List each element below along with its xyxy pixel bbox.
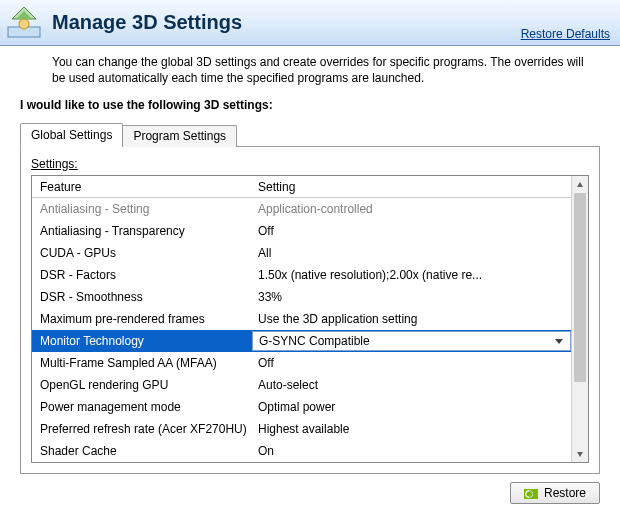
svg-marker-6 — [577, 452, 583, 457]
scroll-thumb[interactable] — [574, 193, 586, 382]
feature-cell: Monitor Technology — [32, 334, 252, 348]
settings-row[interactable]: Power management modeOptimal power — [32, 396, 571, 418]
tab-global-settings[interactable]: Global Settings — [20, 123, 123, 147]
setting-cell: Highest available — [252, 422, 571, 436]
settings-row[interactable]: Monitor TechnologyG-SYNC Compatible — [32, 330, 571, 352]
settings-row[interactable]: Shader CacheOn — [32, 440, 571, 462]
setting-cell: Use the 3D application setting — [252, 312, 571, 326]
chevron-down-icon[interactable] — [552, 334, 566, 348]
col-header-feature[interactable]: Feature — [32, 180, 252, 194]
footer: Restore — [0, 474, 620, 504]
setting-cell: Optimal power — [252, 400, 571, 414]
settings-row[interactable]: Antialiasing - TransparencyOff — [32, 220, 571, 242]
settings-row[interactable]: Maximum pre-rendered framesUse the 3D ap… — [32, 308, 571, 330]
settings-grid-header: Feature Setting — [32, 176, 571, 198]
scroll-down-arrow[interactable] — [572, 445, 588, 462]
svg-marker-5 — [577, 182, 583, 187]
nvidia-logo-icon — [524, 488, 538, 498]
scroll-track[interactable] — [572, 193, 588, 445]
feature-cell: Power management mode — [32, 400, 252, 414]
setting-cell: Application-controlled — [252, 202, 571, 216]
feature-cell: Shader Cache — [32, 444, 252, 458]
settings-scrollbar[interactable] — [571, 176, 588, 462]
setting-cell: Off — [252, 356, 571, 370]
intro-text: You can change the global 3D settings an… — [0, 46, 620, 92]
setting-cell: Off — [252, 224, 571, 238]
feature-cell: CUDA - GPUs — [32, 246, 252, 260]
settings-grid-body: Feature Setting Antialiasing - SettingAp… — [32, 176, 571, 462]
col-header-setting[interactable]: Setting — [252, 180, 571, 194]
page-header: Manage 3D Settings Restore Defaults — [0, 0, 620, 46]
settings-row[interactable]: Multi-Frame Sampled AA (MFAA)Off — [32, 352, 571, 374]
setting-cell: 1.50x (native resolution);2.00x (native … — [252, 268, 571, 282]
svg-marker-4 — [555, 339, 563, 344]
feature-cell: DSR - Smoothness — [32, 290, 252, 304]
header-icon — [6, 5, 42, 41]
settings-grid: Feature Setting Antialiasing - SettingAp… — [31, 175, 589, 463]
setting-cell[interactable]: G-SYNC Compatible — [252, 331, 571, 351]
settings-row[interactable]: Antialiasing - SettingApplication-contro… — [32, 198, 571, 220]
tab-area: Global Settings Program Settings Setting… — [20, 122, 600, 474]
tab-program-settings[interactable]: Program Settings — [122, 125, 237, 147]
feature-cell: Antialiasing - Transparency — [32, 224, 252, 238]
restore-button-label: Restore — [544, 486, 586, 500]
settings-row[interactable]: OpenGL rendering GPUAuto-select — [32, 374, 571, 396]
setting-cell: 33% — [252, 290, 571, 304]
settings-row[interactable]: CUDA - GPUsAll — [32, 242, 571, 264]
feature-cell: DSR - Factors — [32, 268, 252, 282]
setting-cell: Auto-select — [252, 378, 571, 392]
feature-cell: Antialiasing - Setting — [32, 202, 252, 216]
scroll-up-arrow[interactable] — [572, 176, 588, 193]
tabstrip: Global Settings Program Settings — [20, 123, 600, 147]
setting-cell: On — [252, 444, 571, 458]
settings-row[interactable]: DSR - Smoothness33% — [32, 286, 571, 308]
restore-button[interactable]: Restore — [510, 482, 600, 504]
feature-cell: OpenGL rendering GPU — [32, 378, 252, 392]
settings-row[interactable]: DSR - Factors1.50x (native resolution);2… — [32, 264, 571, 286]
feature-cell: Preferred refresh rate (Acer XF270HU) — [32, 422, 252, 436]
svg-point-3 — [19, 19, 29, 29]
settings-caption: Settings: — [31, 157, 589, 171]
settings-row[interactable]: Preferred refresh rate (Acer XF270HU)Hig… — [32, 418, 571, 440]
setting-cell: All — [252, 246, 571, 260]
feature-cell: Multi-Frame Sampled AA (MFAA) — [32, 356, 252, 370]
restore-defaults-link[interactable]: Restore Defaults — [521, 27, 610, 41]
feature-cell: Maximum pre-rendered frames — [32, 312, 252, 326]
section-label: I would like to use the following 3D set… — [0, 92, 620, 122]
tab-panel-global: Settings: Feature Setting Antialiasing -… — [20, 146, 600, 474]
page-title: Manage 3D Settings — [52, 11, 242, 34]
